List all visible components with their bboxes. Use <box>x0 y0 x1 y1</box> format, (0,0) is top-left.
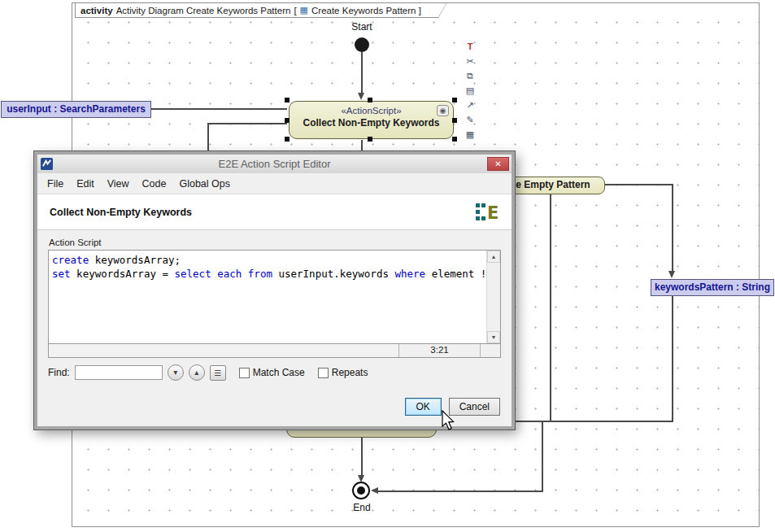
dialog-title: E2E Action Script Editor <box>37 158 512 170</box>
svg-text:E: E <box>487 203 499 223</box>
script-name: Collect Non-Empty Keywords <box>50 207 192 218</box>
arrowhead <box>668 271 675 278</box>
edge-segment[interactable] <box>672 296 673 421</box>
edge-segment[interactable] <box>361 52 363 94</box>
cut-icon[interactable]: ✂ <box>463 55 477 68</box>
code-token: from <box>248 268 272 280</box>
close-icon: ✕ <box>494 159 501 168</box>
text-tool-icon[interactable]: T <box>463 41 477 53</box>
frame-bracket: [ <box>294 6 296 15</box>
arrowhead <box>358 93 364 100</box>
scrollbar-corner <box>481 344 500 357</box>
diagram-icon: ▦ <box>300 5 308 15</box>
find-next-button[interactable]: ▾ <box>168 364 184 381</box>
repeats-checkbox[interactable] <box>318 368 329 378</box>
find-input[interactable] <box>75 365 163 380</box>
arrowhead <box>371 487 378 494</box>
match-case-checkbox[interactable] <box>239 368 250 378</box>
edge-segment[interactable] <box>672 184 673 272</box>
manipulator-toolbar: T ✂ ⧉ ▤ ↗ ✎ ▦ <box>463 41 477 141</box>
edge-segment[interactable] <box>377 491 543 492</box>
copy-icon[interactable]: ⧉ <box>463 70 477 82</box>
code-token: create <box>52 254 89 266</box>
code-editor[interactable]: create keywordsArray; set keywordsArray … <box>48 250 501 344</box>
frame-title: Activity Diagram Create Keywords Pattern <box>116 6 291 15</box>
screen: activity Activity Diagram Create Keyword… <box>0 0 775 532</box>
cancel-button[interactable]: Cancel <box>449 398 500 416</box>
dialog-header: Collect Non-Empty Keywords E <box>37 194 512 230</box>
find-previous-button[interactable]: ▴ <box>189 364 205 381</box>
edge-segment[interactable] <box>151 108 287 110</box>
code-token: each <box>217 268 242 280</box>
edge-segment[interactable] <box>207 123 287 124</box>
horizontal-scrollbar[interactable] <box>49 344 399 357</box>
menu-edit[interactable]: Edit <box>70 176 101 192</box>
selection-handle[interactable] <box>452 137 457 142</box>
code-token: select <box>175 268 211 280</box>
match-case-option: Match Case <box>239 367 305 378</box>
find-bar: Find: ▾ ▴ ☰ Match Case Repeats <box>48 364 501 381</box>
diagram-frame-tab[interactable]: activity Activity Diagram Create Keyword… <box>75 2 447 18</box>
code-token: keywordsArray = <box>71 268 175 280</box>
code-token: userInput.keywords <box>272 268 395 280</box>
code-token: where <box>394 268 425 280</box>
scroll-up-icon[interactable]: ▲ <box>487 251 500 263</box>
edge-segment[interactable] <box>361 438 363 476</box>
highlight-all-button[interactable]: ☰ <box>210 365 226 381</box>
ok-button[interactable]: OK <box>405 398 442 416</box>
close-button[interactable]: ✕ <box>487 157 509 171</box>
action-node-collect-keywords[interactable]: «ActionScript» Collect Non-Empty Keyword… <box>289 101 454 139</box>
edge-segment[interactable] <box>550 194 551 421</box>
code-token: keywordsArray; <box>89 254 181 266</box>
edge-segment[interactable] <box>515 421 673 422</box>
list-lines-icon: ☰ <box>214 368 221 377</box>
code-token: set <box>52 268 71 280</box>
dialog-titlebar[interactable]: E2E Action Script Editor ✕ <box>37 155 512 173</box>
e2e-logo-icon: E <box>475 202 499 223</box>
menu-file[interactable]: File <box>41 176 70 192</box>
editor-status-bar: 3:21 <box>48 344 501 358</box>
action-stereotype: «ActionScript» <box>290 106 453 116</box>
menu-global-ops[interactable]: Global Ops <box>172 176 237 192</box>
menu-view[interactable]: View <box>101 176 136 192</box>
pin-userinput[interactable]: userInput : SearchParameters <box>1 101 151 118</box>
edge-segment[interactable] <box>207 123 209 151</box>
grid-icon[interactable]: ▦ <box>463 129 477 141</box>
edge-segment[interactable] <box>361 140 363 151</box>
repeats-label: Repeats <box>332 367 368 378</box>
edge-segment[interactable] <box>542 421 543 492</box>
scroll-down-icon[interactable]: ▼ <box>487 331 500 343</box>
selection-handle[interactable] <box>368 137 372 142</box>
selection-handle[interactable] <box>452 118 457 123</box>
code-line-1: create keywordsArray; <box>52 253 483 267</box>
script-badge-icon[interactable]: ◉ <box>437 105 449 116</box>
code-line-2: set keywordsArray = select each from use… <box>52 267 483 281</box>
match-case-label: Match Case <box>253 367 305 378</box>
frame-kind-label: activity <box>81 6 113 15</box>
end-node-core <box>357 486 365 495</box>
action-script-panel-label: Action Script <box>49 238 501 247</box>
arrow-icon[interactable]: ↗ <box>463 99 477 111</box>
selection-handle[interactable] <box>285 98 290 102</box>
start-node[interactable] <box>355 37 369 52</box>
selection-handle[interactable] <box>285 137 290 142</box>
end-node-label: End <box>344 502 380 513</box>
vertical-scrollbar[interactable]: ▲ ▼ <box>486 251 500 343</box>
start-node-label: Start <box>337 21 386 33</box>
action-script-editor-dialog: E2E Action Script Editor ✕ File Edit Vie… <box>34 151 515 430</box>
mouse-cursor <box>441 410 455 431</box>
chevron-down-icon: ▾ <box>173 368 177 377</box>
action-name: Collect Non-Empty Keywords <box>290 117 453 129</box>
selection-handle[interactable] <box>452 98 457 102</box>
find-label: Find: <box>48 367 70 378</box>
edge-segment[interactable] <box>605 184 673 185</box>
menu-bar: File Edit View Code Global Ops <box>37 173 512 194</box>
chevron-up-icon: ▴ <box>194 368 198 377</box>
list-icon[interactable]: ▤ <box>463 85 477 97</box>
selection-handle[interactable] <box>368 98 372 102</box>
pin-keywordspattern[interactable]: keywordsPattern : String <box>651 279 774 296</box>
menu-code[interactable]: Code <box>136 176 173 192</box>
code-token <box>242 268 248 280</box>
edit-icon[interactable]: ✎ <box>463 114 477 126</box>
selection-handle[interactable] <box>285 118 290 123</box>
